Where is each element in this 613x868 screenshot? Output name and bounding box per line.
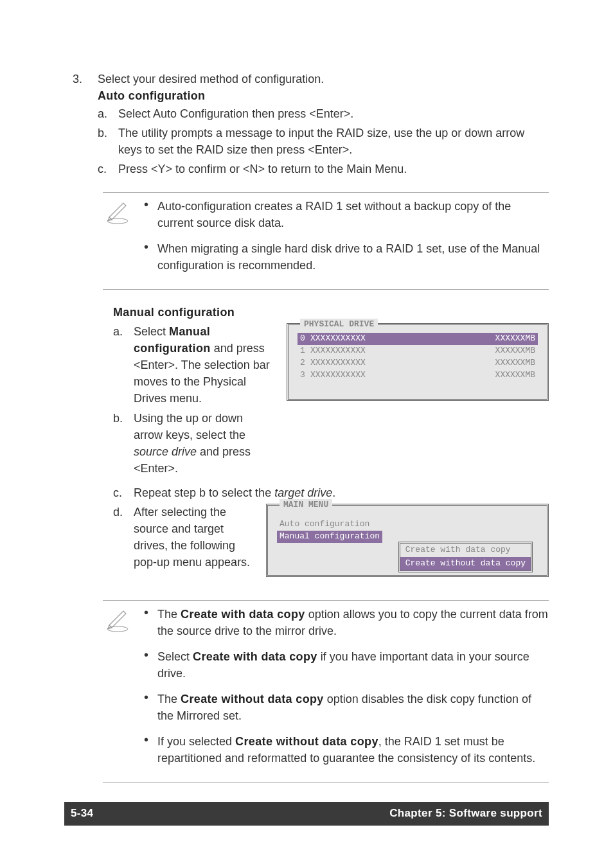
panel-legend: MAIN MENU (280, 499, 332, 511)
page-footer: 5-34 Chapter 5: Software support (64, 802, 549, 826)
note-bullet: If you selected Create without data copy… (144, 733, 549, 766)
step-body: Select your desired method of configurat… (98, 71, 549, 181)
drive-row-selected[interactable]: 0 XXXXXXXXXXX XXXXXXMB (298, 333, 538, 345)
text-italic: target drive (274, 486, 332, 499)
menu-item-manual-selected[interactable]: Manual configuration (277, 531, 382, 543)
sub-text: After selecting the source and target dr… (134, 504, 257, 571)
step-number: 3. (64, 71, 82, 181)
drive-index: 1 (300, 345, 310, 357)
physical-drive-panel: PHYSICAL DRIVE 0 XXXXXXXXXXX XXXXXXMB 1 … (287, 323, 549, 401)
drive-size: XXXXXXMB (477, 369, 535, 382)
drive-name: XXXXXXXXXXX (310, 345, 477, 357)
step-3: 3. Select your desired method of configu… (64, 71, 549, 181)
note-bullet: The Create without data copy option disa… (144, 691, 549, 724)
text-fragment: Select (157, 650, 193, 663)
manual-step-a: a. Select Manual configuration and press… (113, 323, 274, 407)
note-bullet: Select Create with data copy if you have… (144, 648, 549, 682)
sub-text: Select Auto Configuration then press <En… (118, 105, 549, 122)
sub-letter: c. (98, 161, 112, 177)
manual-config-section: Manual configuration a. Select Manual co… (113, 304, 549, 577)
sub-text: Repeat step b to select the target drive… (134, 484, 549, 501)
note-text: Auto-configuration creates a RAID 1 set … (157, 198, 549, 231)
divider (103, 782, 549, 783)
drive-size: XXXXXXMB (477, 333, 535, 345)
drive-name: XXXXXXXXXXX (310, 333, 477, 345)
sub-letter: b. (113, 410, 127, 477)
note-text: Select Create with data copy if you have… (157, 648, 549, 682)
text-bold: Create without data copy (235, 735, 378, 748)
manual-step-b: b. Using the up or down arrow keys, sele… (113, 410, 274, 477)
auto-config-sublist: a. Select Auto Configuration then press … (98, 105, 549, 177)
note-bullet: When migrating a single hard disk drive … (144, 240, 549, 274)
drive-row[interactable]: 2 XXXXXXXXXXX XXXXXXMB (298, 357, 538, 369)
popup-item-with-copy[interactable]: Create with data copy (400, 544, 531, 557)
sub-text: Using the up or down arrow keys, select … (134, 410, 274, 477)
divider (103, 289, 549, 290)
note-text: When migrating a single hard disk drive … (157, 240, 549, 274)
text-fragment: . (332, 486, 335, 499)
svg-point-0 (107, 218, 128, 224)
drive-row[interactable]: 3 XXXXXXXXXXX XXXXXXMB (298, 369, 538, 382)
drive-row[interactable]: 1 XXXXXXXXXXX XXXXXXMB (298, 345, 538, 357)
auto-step-c: c. Press <Y> to confirm or <N> to return… (98, 161, 549, 177)
step-intro-text: Select your desired method of configurat… (98, 71, 549, 87)
sub-text: Press <Y> to confirm or <N> to return to… (118, 161, 549, 177)
drive-name: XXXXXXXXXXX (310, 357, 477, 369)
drive-index: 2 (300, 357, 310, 369)
note-text: The Create without data copy option disa… (157, 691, 549, 724)
auto-config-heading: Auto configuration (98, 87, 549, 104)
sub-letter: d. (113, 504, 127, 571)
sub-text: The utility prompts a message to input t… (118, 125, 549, 158)
popup-menu: Create with data copy Create without dat… (398, 542, 533, 572)
text-fragment: The (157, 693, 181, 705)
panel-legend: PHYSICAL DRIVE (300, 319, 378, 331)
text-fragment: The (157, 608, 181, 621)
note-bullet: The Create with data copy option allows … (144, 606, 549, 639)
main-menu-panel: MAIN MENU Auto configuration Manual conf… (266, 504, 549, 577)
note-block-2: The Create with data copy option allows … (103, 600, 549, 783)
note-icon (103, 606, 134, 776)
auto-step-b: b. The utility prompts a message to inpu… (98, 125, 549, 158)
menu-item-auto[interactable]: Auto configuration (277, 518, 538, 531)
text-bold: Create without data copy (181, 693, 324, 705)
drive-index: 3 (300, 369, 310, 382)
text-bold: Create with data copy (193, 650, 317, 663)
note-text: The Create with data copy option allows … (157, 606, 549, 639)
text-bold: Create with data copy (181, 608, 305, 621)
sub-text: Select Manual configuration and press <E… (134, 323, 274, 407)
drive-name: XXXXXXXXXXX (310, 369, 477, 382)
page-number: 5-34 (71, 806, 93, 822)
text-fragment: Using the up or down arrow keys, select … (134, 412, 245, 441)
drive-size: XXXXXXMB (477, 357, 535, 369)
drive-size: XXXXXXMB (477, 345, 535, 357)
sub-letter: c. (113, 484, 127, 501)
text-italic: source drive (134, 445, 197, 458)
chapter-title: Chapter 5: Software support (389, 806, 542, 822)
sub-letter: a. (113, 323, 127, 407)
text-fragment: Repeat step b to select the (134, 486, 274, 499)
text-fragment: Select (134, 325, 169, 338)
svg-point-1 (107, 626, 128, 632)
note-icon (103, 198, 134, 283)
note-bullet: Auto-configuration creates a RAID 1 set … (144, 198, 549, 231)
popup-item-without-copy-selected[interactable]: Create without data copy (400, 557, 531, 571)
drive-index: 0 (300, 333, 310, 345)
note-block-1: Auto-configuration creates a RAID 1 set … (103, 192, 549, 290)
manual-step-d: d. After selecting the source and target… (113, 504, 257, 571)
auto-step-a: a. Select Auto Configuration then press … (98, 105, 549, 122)
note-text: If you selected Create without data copy… (157, 733, 549, 766)
text-fragment: If you selected (157, 735, 235, 748)
sub-letter: a. (98, 105, 112, 122)
sub-letter: b. (98, 125, 112, 158)
